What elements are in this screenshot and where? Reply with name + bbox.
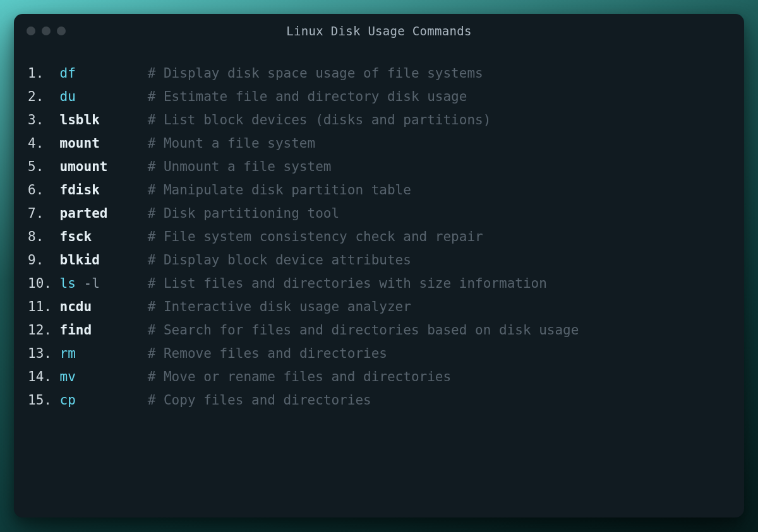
comment: # Mount a file system (148, 132, 316, 155)
command-cell: df (60, 62, 148, 85)
command: rm (60, 346, 76, 361)
command-cell: fsck (60, 225, 148, 249)
code-line: 12. find # Search for files and director… (28, 319, 730, 342)
code-line: 14. mv # Move or rename files and direct… (28, 365, 730, 389)
command-cell: lsblk (60, 109, 148, 132)
comment: # Disk partitioning tool (148, 202, 339, 225)
line-number: 7. (28, 202, 60, 225)
comment: # Unmount a file system (148, 155, 332, 179)
command: fsck (60, 229, 92, 244)
command: umount (60, 159, 108, 174)
code-line: 7. parted # Disk partitioning tool (28, 202, 730, 225)
line-number: 14. (28, 365, 60, 389)
command: ls (60, 276, 76, 291)
command-cell: mount (60, 132, 148, 155)
line-number: 8. (28, 225, 60, 249)
line-number: 9. (28, 249, 60, 272)
code-line: 15. cp # Copy files and directories (28, 389, 730, 412)
line-number: 13. (28, 342, 60, 365)
zoom-icon[interactable] (57, 27, 66, 35)
window-title: Linux Disk Usage Commands (14, 24, 744, 38)
command: du (60, 89, 76, 104)
line-number: 15. (28, 389, 60, 412)
line-number: 11. (28, 295, 60, 319)
line-number: 3. (28, 109, 60, 132)
comment: # File system consistency check and repa… (148, 225, 483, 249)
comment: # Manipulate disk partition table (148, 179, 411, 202)
line-number: 1. (28, 62, 60, 85)
code-line: 13. rm # Remove files and directories (28, 342, 730, 365)
line-number: 6. (28, 179, 60, 202)
command-cell: ls -l (60, 272, 148, 295)
code-block: 1. df # Display disk space usage of file… (14, 48, 744, 412)
command-cell: umount (60, 155, 148, 179)
code-line: 3. lsblk # List block devices (disks and… (28, 109, 730, 132)
command: lsblk (60, 112, 100, 127)
code-line: 1. df # Display disk space usage of file… (28, 62, 730, 85)
line-number: 4. (28, 132, 60, 155)
close-icon[interactable] (27, 27, 35, 35)
code-line: 2. du # Estimate file and directory disk… (28, 85, 730, 109)
command-flag: -l (84, 276, 100, 291)
code-line: 4. mount # Mount a file system (28, 132, 730, 155)
titlebar: Linux Disk Usage Commands (14, 14, 744, 48)
command: fdisk (60, 182, 100, 198)
comment: # List block devices (disks and partitio… (148, 109, 491, 132)
command: cp (60, 393, 76, 408)
command: parted (60, 206, 108, 221)
command-cell: fdisk (60, 179, 148, 202)
window-controls (27, 27, 66, 35)
code-line: 5. umount # Unmount a file system (28, 155, 730, 179)
line-number: 5. (28, 155, 60, 179)
comment: # Display block device attributes (148, 249, 411, 272)
comment: # Interactive disk usage analyzer (148, 295, 411, 319)
command-cell: cp (60, 389, 148, 412)
command-cell: blkid (60, 249, 148, 272)
command: mv (60, 369, 76, 384)
command: df (60, 66, 76, 81)
command-cell: du (60, 85, 148, 109)
command-cell: ncdu (60, 295, 148, 319)
terminal-window: Linux Disk Usage Commands 1. df # Displa… (14, 14, 744, 517)
code-line: 8. fsck # File system consistency check … (28, 225, 730, 249)
minimize-icon[interactable] (42, 27, 51, 35)
command-cell: rm (60, 342, 148, 365)
command: blkid (60, 252, 100, 268)
code-line: 6. fdisk # Manipulate disk partition tab… (28, 179, 730, 202)
comment: # List files and directories with size i… (148, 272, 547, 295)
comment: # Estimate file and directory disk usage (148, 85, 467, 109)
command-cell: mv (60, 365, 148, 389)
command: find (60, 322, 92, 338)
comment: # Copy files and directories (148, 389, 371, 412)
comment: # Move or rename files and directories (148, 365, 451, 389)
command-cell: find (60, 319, 148, 342)
comment: # Remove files and directories (148, 342, 387, 365)
code-line: 9. blkid # Display block device attribut… (28, 249, 730, 272)
code-line: 11. ncdu # Interactive disk usage analyz… (28, 295, 730, 319)
line-number: 2. (28, 85, 60, 109)
comment: # Display disk space usage of file syste… (148, 62, 483, 85)
code-line: 10. ls -l # List files and directories w… (28, 272, 730, 295)
command-cell: parted (60, 202, 148, 225)
comment: # Search for files and directories based… (148, 319, 579, 342)
command: ncdu (60, 299, 92, 314)
line-number: 10. (28, 272, 60, 295)
line-number: 12. (28, 319, 60, 342)
command: mount (60, 136, 100, 151)
